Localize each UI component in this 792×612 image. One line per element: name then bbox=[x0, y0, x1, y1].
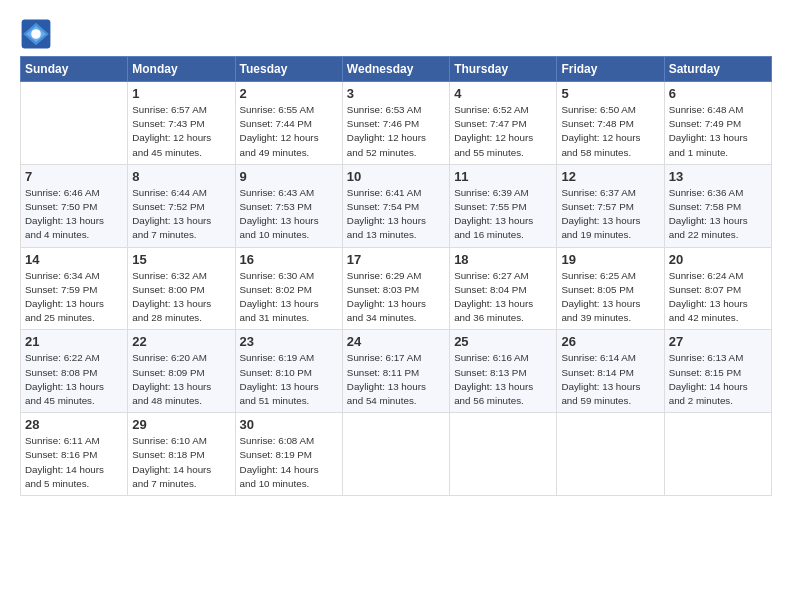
day-info: Sunrise: 6:20 AM Sunset: 8:09 PM Dayligh… bbox=[132, 351, 230, 408]
calendar-cell: 1Sunrise: 6:57 AM Sunset: 7:43 PM Daylig… bbox=[128, 82, 235, 165]
calendar-cell: 15Sunrise: 6:32 AM Sunset: 8:00 PM Dayli… bbox=[128, 247, 235, 330]
calendar-cell: 17Sunrise: 6:29 AM Sunset: 8:03 PM Dayli… bbox=[342, 247, 449, 330]
calendar-cell: 12Sunrise: 6:37 AM Sunset: 7:57 PM Dayli… bbox=[557, 164, 664, 247]
logo-icon bbox=[20, 18, 52, 50]
day-number: 18 bbox=[454, 252, 552, 267]
calendar-cell bbox=[342, 413, 449, 496]
day-number: 4 bbox=[454, 86, 552, 101]
day-number: 27 bbox=[669, 334, 767, 349]
day-info: Sunrise: 6:30 AM Sunset: 8:02 PM Dayligh… bbox=[240, 269, 338, 326]
calendar-cell: 21Sunrise: 6:22 AM Sunset: 8:08 PM Dayli… bbox=[21, 330, 128, 413]
day-info: Sunrise: 6:34 AM Sunset: 7:59 PM Dayligh… bbox=[25, 269, 123, 326]
day-info: Sunrise: 6:17 AM Sunset: 8:11 PM Dayligh… bbox=[347, 351, 445, 408]
day-info: Sunrise: 6:52 AM Sunset: 7:47 PM Dayligh… bbox=[454, 103, 552, 160]
day-number: 9 bbox=[240, 169, 338, 184]
calendar-week-row: 7Sunrise: 6:46 AM Sunset: 7:50 PM Daylig… bbox=[21, 164, 772, 247]
calendar-cell: 26Sunrise: 6:14 AM Sunset: 8:14 PM Dayli… bbox=[557, 330, 664, 413]
day-info: Sunrise: 6:29 AM Sunset: 8:03 PM Dayligh… bbox=[347, 269, 445, 326]
calendar-cell: 9Sunrise: 6:43 AM Sunset: 7:53 PM Daylig… bbox=[235, 164, 342, 247]
day-info: Sunrise: 6:22 AM Sunset: 8:08 PM Dayligh… bbox=[25, 351, 123, 408]
calendar-cell: 10Sunrise: 6:41 AM Sunset: 7:54 PM Dayli… bbox=[342, 164, 449, 247]
day-number: 8 bbox=[132, 169, 230, 184]
day-info: Sunrise: 6:48 AM Sunset: 7:49 PM Dayligh… bbox=[669, 103, 767, 160]
day-number: 2 bbox=[240, 86, 338, 101]
header-wednesday: Wednesday bbox=[342, 57, 449, 82]
calendar-cell: 18Sunrise: 6:27 AM Sunset: 8:04 PM Dayli… bbox=[450, 247, 557, 330]
calendar-week-row: 28Sunrise: 6:11 AM Sunset: 8:16 PM Dayli… bbox=[21, 413, 772, 496]
header bbox=[20, 18, 772, 50]
calendar-cell: 22Sunrise: 6:20 AM Sunset: 8:09 PM Dayli… bbox=[128, 330, 235, 413]
calendar-cell bbox=[664, 413, 771, 496]
day-number: 21 bbox=[25, 334, 123, 349]
header-thursday: Thursday bbox=[450, 57, 557, 82]
header-tuesday: Tuesday bbox=[235, 57, 342, 82]
day-info: Sunrise: 6:32 AM Sunset: 8:00 PM Dayligh… bbox=[132, 269, 230, 326]
day-info: Sunrise: 6:39 AM Sunset: 7:55 PM Dayligh… bbox=[454, 186, 552, 243]
day-number: 23 bbox=[240, 334, 338, 349]
day-number: 19 bbox=[561, 252, 659, 267]
day-number: 17 bbox=[347, 252, 445, 267]
svg-point-3 bbox=[31, 29, 41, 39]
day-info: Sunrise: 6:13 AM Sunset: 8:15 PM Dayligh… bbox=[669, 351, 767, 408]
day-number: 29 bbox=[132, 417, 230, 432]
page-container: SundayMondayTuesdayWednesdayThursdayFrid… bbox=[0, 0, 792, 506]
calendar-week-row: 14Sunrise: 6:34 AM Sunset: 7:59 PM Dayli… bbox=[21, 247, 772, 330]
day-number: 22 bbox=[132, 334, 230, 349]
day-number: 7 bbox=[25, 169, 123, 184]
day-info: Sunrise: 6:41 AM Sunset: 7:54 PM Dayligh… bbox=[347, 186, 445, 243]
day-info: Sunrise: 6:53 AM Sunset: 7:46 PM Dayligh… bbox=[347, 103, 445, 160]
calendar-cell: 20Sunrise: 6:24 AM Sunset: 8:07 PM Dayli… bbox=[664, 247, 771, 330]
calendar-cell: 2Sunrise: 6:55 AM Sunset: 7:44 PM Daylig… bbox=[235, 82, 342, 165]
day-info: Sunrise: 6:55 AM Sunset: 7:44 PM Dayligh… bbox=[240, 103, 338, 160]
calendar-cell: 23Sunrise: 6:19 AM Sunset: 8:10 PM Dayli… bbox=[235, 330, 342, 413]
day-info: Sunrise: 6:43 AM Sunset: 7:53 PM Dayligh… bbox=[240, 186, 338, 243]
calendar-cell: 13Sunrise: 6:36 AM Sunset: 7:58 PM Dayli… bbox=[664, 164, 771, 247]
header-sunday: Sunday bbox=[21, 57, 128, 82]
day-info: Sunrise: 6:14 AM Sunset: 8:14 PM Dayligh… bbox=[561, 351, 659, 408]
day-number: 20 bbox=[669, 252, 767, 267]
calendar-cell: 8Sunrise: 6:44 AM Sunset: 7:52 PM Daylig… bbox=[128, 164, 235, 247]
calendar-table: SundayMondayTuesdayWednesdayThursdayFrid… bbox=[20, 56, 772, 496]
header-friday: Friday bbox=[557, 57, 664, 82]
header-saturday: Saturday bbox=[664, 57, 771, 82]
day-info: Sunrise: 6:11 AM Sunset: 8:16 PM Dayligh… bbox=[25, 434, 123, 491]
day-number: 12 bbox=[561, 169, 659, 184]
calendar-cell: 6Sunrise: 6:48 AM Sunset: 7:49 PM Daylig… bbox=[664, 82, 771, 165]
calendar-cell: 4Sunrise: 6:52 AM Sunset: 7:47 PM Daylig… bbox=[450, 82, 557, 165]
calendar-cell: 30Sunrise: 6:08 AM Sunset: 8:19 PM Dayli… bbox=[235, 413, 342, 496]
calendar-cell: 28Sunrise: 6:11 AM Sunset: 8:16 PM Dayli… bbox=[21, 413, 128, 496]
day-number: 24 bbox=[347, 334, 445, 349]
calendar-week-row: 1Sunrise: 6:57 AM Sunset: 7:43 PM Daylig… bbox=[21, 82, 772, 165]
day-number: 10 bbox=[347, 169, 445, 184]
day-number: 11 bbox=[454, 169, 552, 184]
day-info: Sunrise: 6:27 AM Sunset: 8:04 PM Dayligh… bbox=[454, 269, 552, 326]
day-info: Sunrise: 6:25 AM Sunset: 8:05 PM Dayligh… bbox=[561, 269, 659, 326]
day-info: Sunrise: 6:37 AM Sunset: 7:57 PM Dayligh… bbox=[561, 186, 659, 243]
calendar-cell: 14Sunrise: 6:34 AM Sunset: 7:59 PM Dayli… bbox=[21, 247, 128, 330]
calendar-header-row: SundayMondayTuesdayWednesdayThursdayFrid… bbox=[21, 57, 772, 82]
calendar-cell bbox=[557, 413, 664, 496]
calendar-cell: 27Sunrise: 6:13 AM Sunset: 8:15 PM Dayli… bbox=[664, 330, 771, 413]
day-number: 26 bbox=[561, 334, 659, 349]
day-number: 28 bbox=[25, 417, 123, 432]
day-number: 5 bbox=[561, 86, 659, 101]
day-info: Sunrise: 6:08 AM Sunset: 8:19 PM Dayligh… bbox=[240, 434, 338, 491]
calendar-cell: 3Sunrise: 6:53 AM Sunset: 7:46 PM Daylig… bbox=[342, 82, 449, 165]
day-info: Sunrise: 6:36 AM Sunset: 7:58 PM Dayligh… bbox=[669, 186, 767, 243]
calendar-cell bbox=[450, 413, 557, 496]
calendar-cell: 25Sunrise: 6:16 AM Sunset: 8:13 PM Dayli… bbox=[450, 330, 557, 413]
day-number: 14 bbox=[25, 252, 123, 267]
calendar-cell: 5Sunrise: 6:50 AM Sunset: 7:48 PM Daylig… bbox=[557, 82, 664, 165]
day-number: 15 bbox=[132, 252, 230, 267]
logo bbox=[20, 18, 56, 50]
calendar-cell: 11Sunrise: 6:39 AM Sunset: 7:55 PM Dayli… bbox=[450, 164, 557, 247]
header-monday: Monday bbox=[128, 57, 235, 82]
calendar-cell bbox=[21, 82, 128, 165]
day-number: 25 bbox=[454, 334, 552, 349]
calendar-cell: 7Sunrise: 6:46 AM Sunset: 7:50 PM Daylig… bbox=[21, 164, 128, 247]
day-info: Sunrise: 6:50 AM Sunset: 7:48 PM Dayligh… bbox=[561, 103, 659, 160]
day-number: 3 bbox=[347, 86, 445, 101]
day-info: Sunrise: 6:57 AM Sunset: 7:43 PM Dayligh… bbox=[132, 103, 230, 160]
calendar-cell: 16Sunrise: 6:30 AM Sunset: 8:02 PM Dayli… bbox=[235, 247, 342, 330]
day-info: Sunrise: 6:46 AM Sunset: 7:50 PM Dayligh… bbox=[25, 186, 123, 243]
